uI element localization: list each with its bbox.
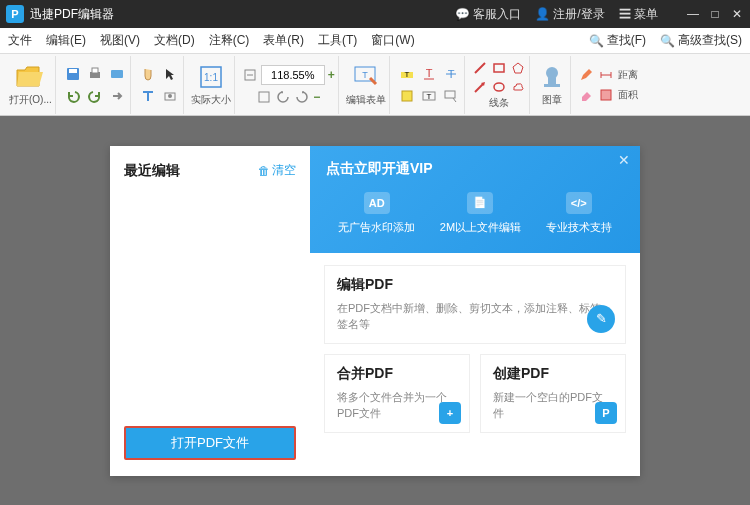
- area-label: 面积: [618, 88, 638, 102]
- toolbar: 打开(O)... 1:1 实际大小 +: [0, 54, 750, 116]
- menu-form[interactable]: 表单(R): [263, 32, 304, 49]
- ellipse-tool-icon[interactable]: [491, 79, 507, 95]
- vip-close-icon[interactable]: ✕: [618, 152, 630, 168]
- zoom-group: + −: [239, 56, 339, 114]
- titlebar: P 迅捷PDF编辑器 💬 客服入口 👤 注册/登录 ☰ 菜单 — □ ✕: [0, 0, 750, 28]
- actual-size-icon[interactable]: 1:1: [196, 62, 226, 92]
- highlight-icon[interactable]: T: [397, 64, 417, 84]
- menu-tools[interactable]: 工具(T): [318, 32, 357, 49]
- svg-rect-33: [601, 90, 611, 100]
- page-icon: P: [595, 402, 617, 424]
- menu-window[interactable]: 窗口(W): [371, 32, 414, 49]
- vip-feature-large: 📄 2M以上文件编辑: [440, 192, 521, 235]
- file-icon: 📄: [467, 192, 493, 214]
- merge-pdf-card[interactable]: 合并PDF 将多个文件合并为一个PDF文件 +: [324, 354, 470, 433]
- clear-button[interactable]: 🗑 清空: [258, 162, 296, 179]
- strikeout-icon[interactable]: T: [441, 64, 461, 84]
- vip-feature-support: </> 专业技术支持: [546, 192, 612, 235]
- zoom-in-icon[interactable]: +: [328, 68, 335, 82]
- eraser-icon[interactable]: [578, 87, 594, 103]
- select-icon[interactable]: [160, 64, 180, 84]
- stamp-label: 图章: [542, 93, 562, 107]
- vip-title: 点击立即开通VIP: [326, 160, 624, 178]
- redo2-icon[interactable]: [107, 86, 127, 106]
- svg-rect-4: [111, 70, 123, 78]
- svg-rect-3: [92, 68, 98, 73]
- fit-width-icon[interactable]: [242, 67, 258, 83]
- menu-comment[interactable]: 注释(C): [209, 32, 250, 49]
- fit-page-icon[interactable]: [256, 89, 272, 105]
- file-ops-group: [60, 56, 131, 114]
- find-button[interactable]: 🔍 查找(F): [589, 32, 646, 49]
- open-group: 打开(O)...: [6, 56, 56, 114]
- open-pdf-button[interactable]: 打开PDF文件: [124, 426, 296, 460]
- measure-group: 距离 面积: [575, 56, 641, 114]
- menu-file[interactable]: 文件: [8, 32, 32, 49]
- close-button[interactable]: ✕: [730, 7, 744, 21]
- menu-view[interactable]: 视图(V): [100, 32, 140, 49]
- rotate-left-icon[interactable]: [275, 89, 291, 105]
- textbox-icon[interactable]: T: [419, 86, 439, 106]
- svg-text:T: T: [362, 70, 368, 80]
- svg-rect-19: [402, 91, 412, 101]
- undo-icon[interactable]: [63, 86, 83, 106]
- svg-point-6: [168, 94, 172, 98]
- text-select-icon[interactable]: [138, 86, 158, 106]
- main-menu-link[interactable]: ☰ 菜单: [619, 6, 658, 23]
- note-icon[interactable]: [397, 86, 417, 106]
- rotate-right-icon[interactable]: [294, 89, 310, 105]
- edit-form-icon[interactable]: T: [351, 62, 381, 92]
- merge-card-title: 合并PDF: [337, 365, 457, 383]
- vip-banner[interactable]: ✕ 点击立即开通VIP AD 无广告水印添加 📄 2M以上文件编辑 </> 专业…: [310, 146, 640, 253]
- service-link[interactable]: 💬 客服入口: [455, 6, 521, 23]
- hand-icon[interactable]: [138, 64, 158, 84]
- svg-rect-22: [445, 91, 455, 98]
- zoom-input[interactable]: [261, 65, 325, 85]
- svg-line-23: [475, 63, 485, 73]
- recent-list: [124, 190, 296, 426]
- edit-pdf-card[interactable]: 编辑PDF 在PDF文档中新增、删除、剪切文本，添加注释、标签、签名等 ✎: [324, 265, 626, 344]
- menu-edit[interactable]: 编辑(E): [46, 32, 86, 49]
- distance-label: 距离: [618, 68, 638, 82]
- underline-icon[interactable]: T: [419, 64, 439, 84]
- snapshot-icon[interactable]: [160, 86, 180, 106]
- area-icon[interactable]: [598, 87, 614, 103]
- distance-icon[interactable]: [598, 67, 614, 83]
- zoom-out-icon[interactable]: −: [313, 90, 320, 104]
- polygon-tool-icon[interactable]: [510, 60, 526, 76]
- minimize-button[interactable]: —: [686, 7, 700, 21]
- lines-label: 线条: [489, 96, 509, 110]
- pencil-icon: ✎: [587, 305, 615, 333]
- edit-tools-group: [135, 56, 184, 114]
- save-icon[interactable]: [63, 64, 83, 84]
- edit-card-desc: 在PDF文档中新增、删除、剪切文本，添加注释、标签、签名等: [337, 300, 613, 333]
- callout-icon[interactable]: [441, 86, 461, 106]
- arrow-tool-icon[interactable]: [472, 79, 488, 95]
- vip-feature-noads: AD 无广告水印添加: [338, 192, 415, 235]
- edit-card-title: 编辑PDF: [337, 276, 613, 294]
- create-pdf-card[interactable]: 创建PDF 新建一个空白的PDF文件 P: [480, 354, 626, 433]
- edit-form-label: 编辑表单: [346, 93, 386, 107]
- menubar: 文件 编辑(E) 视图(V) 文档(D) 注释(C) 表单(R) 工具(T) 窗…: [0, 28, 750, 54]
- redo-icon[interactable]: [85, 86, 105, 106]
- print-icon[interactable]: [85, 64, 105, 84]
- open-icon[interactable]: [15, 62, 45, 92]
- app-logo-icon: P: [6, 5, 24, 23]
- promo-panel: ✕ 点击立即开通VIP AD 无广告水印添加 📄 2M以上文件编辑 </> 专业…: [310, 146, 640, 476]
- open-label: 打开(O)...: [9, 93, 52, 107]
- stamp-icon[interactable]: [537, 62, 567, 92]
- content-area: 最近编辑 🗑 清空 打开PDF文件 ✕ 点击立即开通VIP AD 无广告水印添加: [0, 116, 750, 505]
- scan-icon[interactable]: [107, 64, 127, 84]
- rect-tool-icon[interactable]: [491, 60, 507, 76]
- maximize-button[interactable]: □: [708, 7, 722, 21]
- pencil-icon[interactable]: [578, 67, 594, 83]
- shapes-group: 线条: [469, 56, 530, 114]
- app-title: 迅捷PDF编辑器: [30, 6, 455, 23]
- advanced-find-button[interactable]: 🔍 高级查找(S): [660, 32, 742, 49]
- menu-document[interactable]: 文档(D): [154, 32, 195, 49]
- clear-icon: 🗑: [258, 164, 270, 178]
- login-link[interactable]: 👤 注册/登录: [535, 6, 605, 23]
- stamp-group: 图章: [534, 56, 571, 114]
- line-tool-icon[interactable]: [472, 60, 488, 76]
- cloud-tool-icon[interactable]: [510, 79, 526, 95]
